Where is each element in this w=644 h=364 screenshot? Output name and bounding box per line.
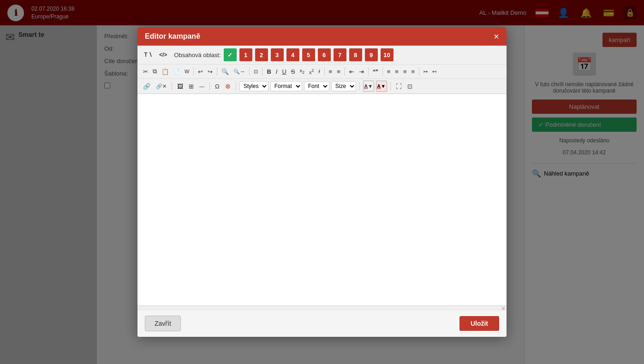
area-4-btn[interactable]: 4: [286, 48, 299, 61]
align-right-btn[interactable]: ≡: [401, 67, 409, 76]
source-button[interactable]: </>: [157, 50, 169, 59]
underline-btn[interactable]: U: [280, 67, 288, 76]
size-select[interactable]: Size: [331, 81, 356, 91]
paste-btn[interactable]: 📋: [160, 67, 171, 76]
area-9-btn[interactable]: 9: [365, 48, 378, 61]
redo-btn[interactable]: ↪: [206, 67, 215, 76]
sep9: [419, 67, 419, 76]
area-1-btn[interactable]: 1: [239, 48, 252, 61]
table-btn[interactable]: ⊞: [187, 82, 196, 91]
modal-close-button[interactable]: ×: [494, 32, 499, 41]
italic-remove-btn[interactable]: I: [317, 67, 322, 76]
area-10-btn[interactable]: 10: [381, 48, 394, 61]
dir-rtl-btn[interactable]: ↤: [430, 67, 438, 76]
editor-resize-handle[interactable]: ⇲: [137, 306, 507, 310]
editor-modal: Editor kampaně × T </> Obsahová oblast: …: [137, 27, 507, 337]
bg-color-btn[interactable]: A▼: [376, 81, 387, 92]
area-2-btn[interactable]: 2: [255, 48, 268, 61]
find-replace-btn[interactable]: 🔍↔: [232, 67, 247, 76]
area-label: Obsahová oblast:: [174, 52, 221, 59]
image-btn[interactable]: 🖼: [175, 82, 185, 91]
area-5-btn[interactable]: 5: [302, 48, 315, 61]
smileys-btn[interactable]: ⊗: [223, 81, 233, 91]
modal-footer: Zavřít Uložit: [137, 310, 507, 337]
unlink-btn[interactable]: 🔗✕: [154, 82, 168, 91]
sep10: [172, 82, 172, 90]
modal-header: Editor kampaně ×: [137, 27, 507, 46]
find-btn[interactable]: 🔍: [220, 67, 231, 76]
sep8: [382, 67, 383, 76]
svg-line-1: [150, 52, 151, 57]
select-all-btn[interactable]: ⊡: [252, 67, 260, 76]
indent-less-btn[interactable]: ⇤: [347, 67, 356, 76]
area-7-btn[interactable]: 7: [334, 48, 346, 61]
sep3: [249, 67, 250, 76]
paste-text-btn[interactable]: 📄: [172, 67, 182, 76]
toolbar-area: T </> Obsahová oblast: ✓ 1 2 3 4 5 6 7 8…: [137, 46, 507, 94]
resize-icon: ⇲: [501, 305, 505, 311]
sep14: [390, 82, 391, 90]
undo-btn[interactable]: ↩: [196, 67, 205, 76]
fullscreen-btn[interactable]: ⛶: [394, 82, 404, 91]
link-btn[interactable]: 🔗: [141, 82, 152, 91]
toolbar-row3: 🔗 🔗✕ 🖼 ⊞ — Ω ⊗ Styles Format Font Size: [137, 79, 507, 94]
sep11: [209, 82, 210, 90]
sep2: [217, 67, 217, 76]
sep7: [368, 67, 369, 76]
close-modal-button[interactable]: Zavřít: [145, 316, 181, 331]
area-6-btn[interactable]: 6: [318, 48, 331, 61]
format-select[interactable]: Format: [270, 81, 302, 91]
bold-btn[interactable]: B: [265, 67, 273, 76]
copy-btn[interactable]: ⧉: [151, 66, 159, 76]
font-color-btn[interactable]: A▼: [363, 81, 374, 92]
subscript-btn[interactable]: x2: [298, 66, 306, 76]
hr-btn[interactable]: —: [197, 82, 206, 90]
blockquote-btn[interactable]: ❝❞: [371, 67, 380, 76]
show-blocks-btn[interactable]: ⊡: [405, 82, 414, 91]
sep12: [236, 82, 236, 90]
dir-ltr-btn[interactable]: ↦: [422, 67, 429, 76]
indent-more-btn[interactable]: ⇥: [357, 67, 366, 76]
save-button[interactable]: Uložit: [459, 316, 499, 331]
ol-btn[interactable]: ≡: [327, 67, 334, 76]
align-center-btn[interactable]: ≡: [393, 67, 400, 76]
sep5: [324, 67, 325, 76]
ul-btn[interactable]: ≡: [335, 67, 342, 76]
editor-scroll[interactable]: [137, 94, 507, 306]
omega-btn[interactable]: Ω: [213, 82, 221, 91]
strike-btn[interactable]: S: [289, 67, 297, 76]
sep4: [262, 67, 262, 76]
area-3-btn[interactable]: 3: [271, 48, 284, 61]
italic-btn[interactable]: I: [274, 67, 280, 76]
text-format-icon[interactable]: T: [141, 49, 154, 61]
area-8-btn[interactable]: 8: [349, 48, 362, 61]
area-confirm-btn[interactable]: ✓: [224, 48, 237, 61]
sep1: [193, 67, 194, 76]
toolbar-row2: ✂ ⧉ 📋 📄 W ↩ ↪ 🔍 🔍↔ ⊡ B I U S x2 x2 I ≡ ≡: [137, 65, 507, 79]
sep13: [359, 82, 360, 90]
toolbar-row1: T </> Obsahová oblast: ✓ 1 2 3 4 5 6 7 8…: [137, 46, 507, 65]
svg-text:T: T: [144, 51, 148, 58]
cut-btn[interactable]: ✂: [141, 67, 150, 76]
align-left-btn[interactable]: ≡: [385, 67, 393, 76]
superscript-btn[interactable]: x2: [307, 67, 316, 76]
sep6: [345, 67, 345, 76]
styles-select[interactable]: Styles: [239, 81, 268, 91]
editor-body[interactable]: [137, 94, 507, 288]
align-justify-btn[interactable]: ≡: [410, 67, 417, 76]
paste-word-btn[interactable]: W: [183, 67, 191, 76]
modal-title: Editor kampaně: [145, 32, 200, 41]
font-select[interactable]: Font: [304, 81, 329, 91]
